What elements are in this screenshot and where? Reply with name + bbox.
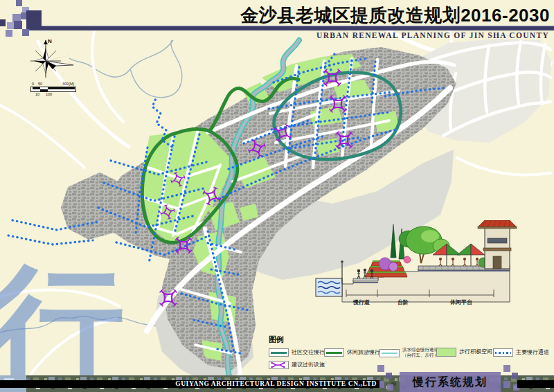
waterfront-section-illustration: 慢行道 台阶 休闲平台 [305,220,554,317]
water-body [316,278,342,296]
page-subtitle: URBAN RENEWAL PLANNING OF JIN SHA COUNTY [316,31,549,39]
page-title: 金沙县老城区提质改造规划2016-2030 [240,3,550,28]
scale-0: 0 [32,82,34,86]
north-label: N [48,38,52,44]
scale-bar: 0 50 300(M) 10 100 [30,82,80,97]
legend-item-main-corridor: 主要慢行通道 [493,348,549,357]
legend-title: 图例 [269,335,284,345]
section-label-platform: 休闲平台 [450,299,472,306]
legend-item-crossing-facility: 建议过街设施 [269,361,325,369]
plan-name-box: 慢行系统规划 [400,372,501,392]
planning-poster: 金沙县老城区提质改造规划2016-2030 URBAN RENEWAL PLAN… [0,0,554,392]
scale-50: 50 [38,82,42,86]
legend-item-active-space: 步行积极空间 [436,348,492,357]
crossing-legend-icon [269,362,287,368]
legend-item-waterfront-corridor: 滨水综合慢行通道 （自行车、步行） [379,347,438,357]
pedestrians [357,269,373,278]
planning-map [0,0,554,392]
scale-10: 10 [35,92,39,96]
scale-bar-graphic [30,87,76,92]
right-black-bar [517,380,554,388]
section-label-walkway: 慢行道 [353,299,370,306]
scale-100: 100 [46,92,52,96]
company-bar: GUIYANG ARCHITECTURAL DESIGN INSTITUTE C… [0,380,379,388]
scale-300: 300(M) [62,82,74,86]
section-label-steps: 台阶 [397,299,409,306]
